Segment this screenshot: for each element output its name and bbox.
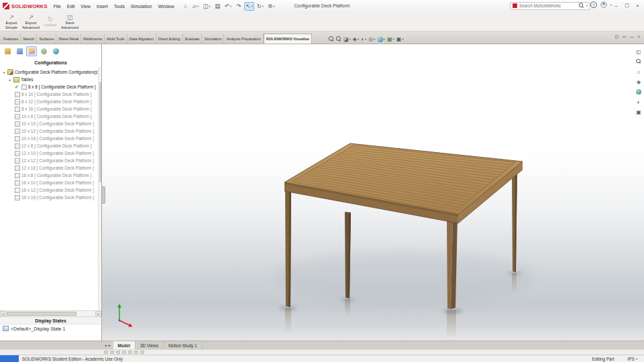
config-item[interactable]: 8 x 16 [ Configurable Deck Platform ] bbox=[0, 105, 101, 113]
config-item[interactable]: 8 x 12 [ Configurable Deck Platform ] bbox=[0, 98, 101, 105]
scroll-left-arrow[interactable]: ◂ bbox=[0, 311, 6, 316]
save-icon[interactable]: ◫▾ bbox=[202, 2, 212, 11]
scrollbar-thumb[interactable] bbox=[99, 82, 102, 182]
view-settings-icon[interactable]: ▣▾ bbox=[396, 36, 404, 42]
close-button[interactable]: × bbox=[633, 1, 643, 10]
menu-file[interactable]: File bbox=[54, 4, 61, 9]
rebuild-icon[interactable]: ↻▾ bbox=[256, 2, 265, 11]
maximize-button[interactable]: ▢ bbox=[622, 1, 632, 10]
displaymanager-tab-icon[interactable] bbox=[50, 46, 61, 56]
config-item-active[interactable]: ✔ 8 x 8 [ Configurable Deck Platform ] bbox=[0, 83, 101, 90]
scene-icon[interactable]: ▦▾ bbox=[387, 36, 394, 42]
config-item[interactable]: 8 x 10 [ Configurable Deck Platform ] bbox=[0, 90, 101, 98]
config-item[interactable]: 16 x 8 [ Configurable Deck Platform ] bbox=[0, 172, 101, 179]
pane-collapse-icon[interactable]: ▭ bbox=[623, 34, 627, 40]
tables-row[interactable]: ▸ Tables bbox=[0, 76, 101, 83]
help-icon[interactable]: ? bbox=[590, 1, 597, 8]
config-item[interactable]: 12 x 8 [ Configurable Deck Platform ] bbox=[0, 142, 101, 149]
pane-popout-icon[interactable]: ◱ bbox=[614, 34, 619, 40]
config-item[interactable]: 12 x 10 [ Configurable Deck Platform ] bbox=[0, 149, 101, 157]
zoom-to-fit-icon[interactable] bbox=[635, 58, 643, 66]
undo-icon[interactable]: ↶▾ bbox=[223, 2, 233, 11]
pane-minimize-icon[interactable]: — bbox=[630, 34, 635, 40]
save-advanced-button[interactable]: ◫ SaveAdvanced bbox=[60, 12, 79, 31]
scroll-tabs-left-icon[interactable]: ◂ bbox=[105, 343, 107, 347]
search-icon[interactable] bbox=[579, 3, 584, 9]
render-sphere-icon[interactable] bbox=[635, 88, 643, 96]
scrollbar-track[interactable] bbox=[6, 311, 95, 316]
chevron-down-icon[interactable]: ▾ bbox=[586, 4, 588, 7]
tab-surfaces[interactable]: Surfaces bbox=[37, 34, 56, 44]
tab-mold-tools[interactable]: Mold Tools bbox=[105, 34, 127, 44]
zoom-area-icon[interactable] bbox=[336, 36, 341, 42]
view-orientation-icon[interactable]: ◈▾ bbox=[353, 36, 359, 42]
config-item[interactable]: 10 x 8 [ Configurable Deck Platform ] bbox=[0, 113, 101, 120]
tree-vertical-scrollbar[interactable] bbox=[98, 67, 101, 310]
tab-evaluate[interactable]: Evaluate bbox=[183, 34, 203, 44]
hide-show-items-icon[interactable]: ◎▾ bbox=[368, 36, 375, 42]
tab-direct-editing[interactable]: Direct Editing bbox=[156, 34, 183, 44]
taskbar-accent-button[interactable] bbox=[0, 355, 19, 362]
3d-viewport[interactable]: ◱ ⌂ ◈ ◐ ▣ bbox=[102, 44, 644, 341]
collapse-caret-icon[interactable]: ▸ bbox=[8, 78, 12, 82]
select-tool-icon[interactable]: ↖▾ bbox=[244, 2, 254, 11]
configurationmanager-tab-icon[interactable] bbox=[26, 46, 37, 56]
display-state-item[interactable]: <Default>_Display State 1 bbox=[0, 324, 101, 333]
options-gear-icon[interactable]: ⊛▾ bbox=[266, 2, 276, 11]
zoom-fit-icon[interactable] bbox=[329, 36, 334, 42]
scroll-right-arrow[interactable]: ▸ bbox=[95, 311, 101, 316]
viewport-settings-icon[interactable]: ▣ bbox=[635, 108, 643, 116]
tab-features[interactable]: Features bbox=[1, 34, 21, 44]
home-icon[interactable]: ⌂ bbox=[181, 2, 190, 11]
config-item[interactable]: 10 x 12 [ Configurable Deck Platform ] bbox=[0, 127, 101, 135]
config-item[interactable]: 12 x 12 [ Configurable Deck Platform ] bbox=[0, 157, 101, 164]
panel-splitter-handle[interactable] bbox=[102, 186, 105, 204]
user-account-icon[interactable] bbox=[600, 1, 607, 8]
tab-solidworks-visualize[interactable]: SOLIDWORKS Visualize bbox=[264, 34, 312, 44]
fullscreen-icon[interactable]: ◱ bbox=[635, 48, 643, 56]
display-mode-icon[interactable]: ◐ bbox=[635, 98, 643, 106]
config-item[interactable]: 10 x 10 [ Configurable Deck Platform ] bbox=[0, 120, 101, 127]
tab-model[interactable]: Model bbox=[113, 341, 136, 349]
open-icon[interactable]: ▱▾ bbox=[191, 2, 201, 11]
tab-sheet-metal[interactable]: Sheet Metal bbox=[56, 34, 81, 44]
view-cube-icon[interactable]: ◈ bbox=[635, 78, 643, 86]
config-item[interactable]: 16 x 16 [ Configurable Deck Platform ] bbox=[0, 194, 101, 201]
scrollbar-thumb[interactable] bbox=[7, 312, 76, 316]
redo-icon[interactable]: ↷ bbox=[234, 2, 243, 11]
tab-sketch[interactable]: Sketch bbox=[21, 34, 37, 44]
units-dropdown[interactable]: IPS ▾ bbox=[627, 357, 637, 361]
edit-appearance-icon[interactable]: ▾ bbox=[378, 37, 385, 42]
scroll-tabs-right-icon[interactable]: ▸ bbox=[109, 343, 111, 347]
config-item[interactable]: 10 x 16 [ Configurable Deck Platform ] bbox=[0, 135, 101, 142]
home-view-icon[interactable]: ⌂ bbox=[635, 68, 643, 76]
expand-caret-icon[interactable]: ▾ bbox=[2, 70, 6, 74]
featuremanager-tab-icon[interactable] bbox=[2, 46, 13, 56]
menu-window[interactable]: Window bbox=[158, 4, 174, 9]
menu-edit[interactable]: Edit bbox=[67, 4, 75, 9]
tab-data-migration[interactable]: Data Migration bbox=[127, 34, 156, 44]
menu-tools[interactable]: Tools bbox=[114, 4, 125, 9]
export-simple-button[interactable]: ↗ ExportSimple bbox=[2, 12, 21, 31]
config-item[interactable]: 16 x 10 [ Configurable Deck Platform ] bbox=[0, 179, 101, 186]
panel-horizontal-scrollbar[interactable]: ◂ ▸ bbox=[0, 310, 101, 316]
minimize-button[interactable]: – bbox=[611, 1, 621, 10]
display-style-icon[interactable]: ◐▾ bbox=[361, 36, 366, 42]
tab-simulation[interactable]: Simulation bbox=[202, 34, 224, 44]
tree-root-row[interactable]: ▾ Configurable Deck Platform Configurati… bbox=[0, 68, 101, 76]
update-button[interactable]: ↻ Update bbox=[41, 12, 60, 31]
dimxpertmanager-tab-icon[interactable] bbox=[38, 46, 49, 56]
tab-3d-views[interactable]: 3D Views bbox=[136, 341, 164, 349]
tab-weldments[interactable]: Weldments bbox=[81, 34, 105, 44]
menu-insert[interactable]: Insert bbox=[97, 4, 108, 9]
config-item[interactable]: 12 x 16 [ Configurable Deck Platform ] bbox=[0, 164, 101, 172]
propertymanager-tab-icon[interactable] bbox=[14, 46, 25, 56]
pane-close-icon[interactable]: × bbox=[637, 34, 640, 40]
search-box[interactable]: ▾ bbox=[510, 2, 590, 11]
menu-view[interactable]: View bbox=[80, 4, 91, 9]
tab-motion-study-1[interactable]: Motion Study 1 bbox=[164, 341, 203, 349]
print-icon[interactable]: ▤ bbox=[213, 2, 222, 11]
section-view-icon[interactable]: ◪▾ bbox=[343, 36, 351, 42]
config-item[interactable]: 16 x 12 [ Configurable Deck Platform ] bbox=[0, 186, 101, 194]
search-input[interactable] bbox=[519, 3, 577, 8]
